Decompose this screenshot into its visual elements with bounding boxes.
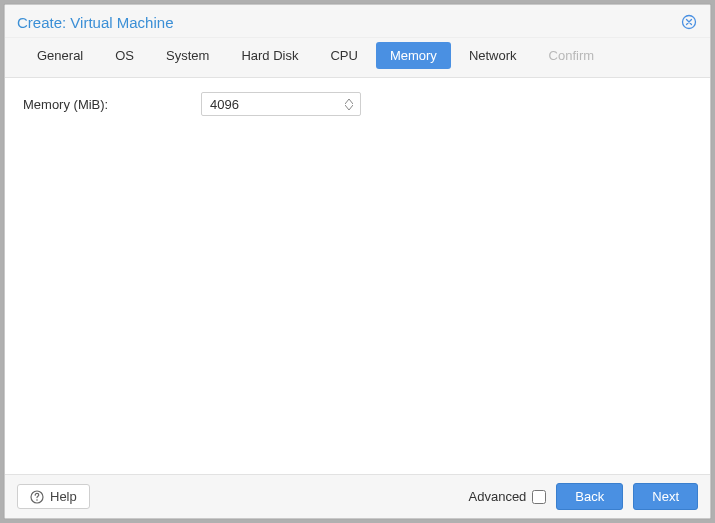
advanced-checkbox[interactable] (532, 490, 546, 504)
help-icon (30, 490, 44, 504)
tab-confirm: Confirm (535, 42, 609, 69)
help-label: Help (50, 489, 77, 504)
next-button[interactable]: Next (633, 483, 698, 510)
memory-input[interactable] (210, 97, 338, 112)
tab-memory[interactable]: Memory (376, 42, 451, 69)
dialog-footer: Help Advanced Back Next (5, 474, 710, 518)
help-button[interactable]: Help (17, 484, 90, 509)
advanced-toggle[interactable]: Advanced (469, 489, 547, 504)
tab-os[interactable]: OS (101, 42, 148, 69)
memory-label: Memory (MiB): (23, 97, 193, 112)
tab-bar: General OS System Hard Disk CPU Memory N… (5, 38, 710, 78)
close-button[interactable] (680, 13, 698, 31)
chevron-down-icon (345, 105, 353, 110)
dialog-body: Memory (MiB): (5, 78, 710, 474)
tab-general[interactable]: General (23, 42, 97, 69)
tab-system[interactable]: System (152, 42, 223, 69)
chevron-up-icon (345, 99, 353, 104)
dialog-create-vm: Create: Virtual Machine General OS Syste… (4, 4, 711, 519)
svg-point-2 (36, 499, 38, 501)
close-icon (681, 14, 697, 30)
dialog-title: Create: Virtual Machine (17, 14, 173, 31)
spinner-arrows[interactable] (342, 93, 356, 115)
tab-cpu[interactable]: CPU (316, 42, 371, 69)
dialog-header: Create: Virtual Machine (5, 5, 710, 38)
memory-spinner[interactable] (201, 92, 361, 116)
advanced-label: Advanced (469, 489, 527, 504)
tab-network[interactable]: Network (455, 42, 531, 69)
footer-right: Advanced Back Next (469, 483, 698, 510)
back-button[interactable]: Back (556, 483, 623, 510)
tab-hard-disk[interactable]: Hard Disk (227, 42, 312, 69)
memory-row: Memory (MiB): (23, 92, 692, 116)
